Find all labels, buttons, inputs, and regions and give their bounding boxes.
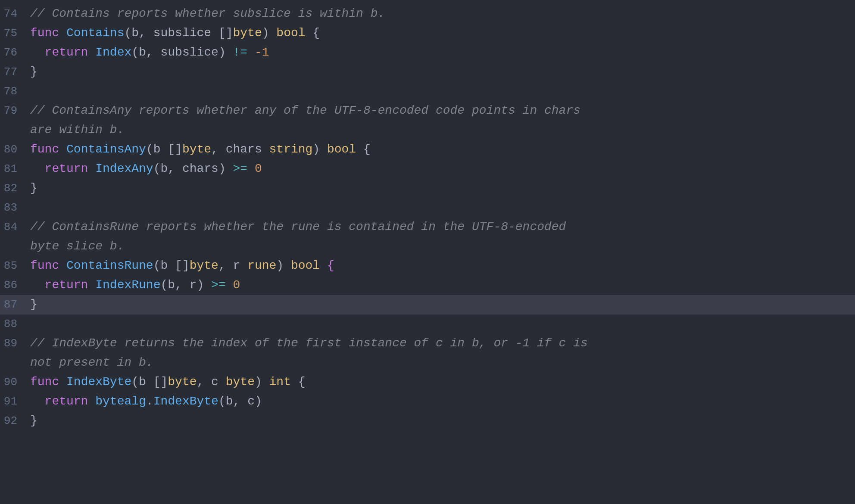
code-line: 92} <box>0 411 855 431</box>
code-line: 74// Contains reports whether subslice i… <box>0 4 855 24</box>
line-number: 75 <box>0 25 30 43</box>
line-content: return bytealg.IndexByte(b, c) <box>30 392 846 411</box>
line-number: 85 <box>0 257 30 275</box>
line-number: 86 <box>0 277 30 295</box>
line-content: // ContainsAny reports whether any of th… <box>30 101 846 121</box>
code-line: 89// IndexByte returns the index of the … <box>0 334 855 353</box>
line-content: } <box>30 295 846 314</box>
code-line: 88 <box>0 314 855 334</box>
line-number: 79 <box>0 102 30 120</box>
code-line: 87} <box>0 295 855 314</box>
code-line: byte slice b. <box>0 237 855 256</box>
line-number: 78 <box>0 83 30 101</box>
line-content <box>30 82 846 101</box>
line-content: byte slice b. <box>30 237 846 256</box>
line-number: 76 <box>0 44 30 62</box>
line-content: not present in b. <box>30 353 846 373</box>
line-content: func Contains(b, subslice []byte) bool { <box>30 24 846 43</box>
code-line: 76 return Index(b, subslice) != -1 <box>0 43 855 62</box>
line-content: } <box>30 62 846 82</box>
code-editor: 74// Contains reports whether subslice i… <box>0 0 855 435</box>
line-number: 80 <box>0 141 30 159</box>
line-number: 82 <box>0 180 30 198</box>
line-content: func IndexByte(b []byte, c byte) int { <box>30 373 846 392</box>
line-content: // ContainsRune reports whether the rune… <box>30 218 846 237</box>
line-content: func ContainsRune(b []byte, r rune) bool… <box>30 256 846 276</box>
line-content: } <box>30 411 846 431</box>
line-number: 83 <box>0 199 30 217</box>
line-content <box>30 314 846 334</box>
code-line: 83 <box>0 198 855 218</box>
code-line: 80func ContainsAny(b []byte, chars strin… <box>0 140 855 159</box>
code-line: 91 return bytealg.IndexByte(b, c) <box>0 392 855 411</box>
line-number: 88 <box>0 315 30 333</box>
code-line: 78 <box>0 82 855 101</box>
code-line: not present in b. <box>0 353 855 373</box>
line-content: return IndexAny(b, chars) >= 0 <box>30 159 846 179</box>
line-number: 89 <box>0 335 30 353</box>
line-content: return Index(b, subslice) != -1 <box>30 43 846 62</box>
code-line: 81 return IndexAny(b, chars) >= 0 <box>0 159 855 179</box>
line-number: 90 <box>0 373 30 392</box>
code-line: 75func Contains(b, subslice []byte) bool… <box>0 24 855 43</box>
line-content: are within b. <box>30 121 846 140</box>
code-line: 82} <box>0 179 855 198</box>
code-line: are within b. <box>0 121 855 140</box>
code-line: 84// ContainsRune reports whether the ru… <box>0 218 855 237</box>
code-line: 85func ContainsRune(b []byte, r rune) bo… <box>0 256 855 276</box>
line-number: 81 <box>0 160 30 178</box>
line-number: 84 <box>0 218 30 236</box>
line-content: } <box>30 179 846 198</box>
code-line: 77} <box>0 62 855 82</box>
line-content <box>30 198 846 218</box>
code-line: 79// ContainsAny reports whether any of … <box>0 101 855 121</box>
line-number: 74 <box>0 5 30 23</box>
line-content: func ContainsAny(b []byte, chars string)… <box>30 140 846 159</box>
line-number: 87 <box>0 296 30 314</box>
line-number: 77 <box>0 63 30 81</box>
line-content: // IndexByte returns the index of the fi… <box>30 334 846 353</box>
line-content: // Contains reports whether subslice is … <box>30 4 846 24</box>
line-number: 92 <box>0 412 30 430</box>
code-line: 90func IndexByte(b []byte, c byte) int { <box>0 373 855 392</box>
line-number: 91 <box>0 393 30 411</box>
code-line: 86 return IndexRune(b, r) >= 0 <box>0 276 855 295</box>
line-content: return IndexRune(b, r) >= 0 <box>30 276 846 295</box>
